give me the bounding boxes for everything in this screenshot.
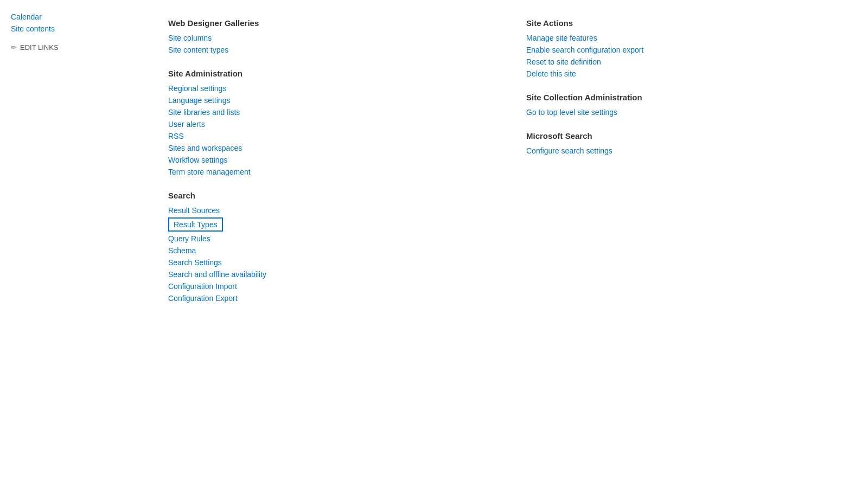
sidebar-item-calendar[interactable]: Calendar	[11, 11, 136, 23]
link-user-alerts[interactable]: User alerts	[168, 118, 494, 130]
link-schema[interactable]: Schema	[168, 245, 494, 257]
sidebar-item-site-contents[interactable]: Site contents	[11, 23, 136, 35]
link-configuration-import[interactable]: Configuration Import	[168, 280, 494, 292]
pencil-icon: ✏	[11, 43, 17, 52]
link-language-settings[interactable]: Language settings	[168, 94, 494, 106]
section-heading-site-collection-administration: Site Collection Administration	[526, 93, 797, 102]
link-site-content-types[interactable]: Site content types	[168, 44, 494, 56]
link-site-libraries-and-lists[interactable]: Site libraries and lists	[168, 106, 494, 118]
link-reset-to-site-definition[interactable]: Reset to site definition	[526, 56, 797, 68]
link-query-rules[interactable]: Query Rules	[168, 233, 494, 245]
edit-links-button[interactable]: ✏ EDIT LINKS	[11, 43, 136, 52]
link-search-settings[interactable]: Search Settings	[168, 257, 494, 268]
section-web-designer-galleries: Web Designer Galleries Site columns Site…	[168, 18, 494, 56]
link-go-to-top-level-site-settings[interactable]: Go to top level site settings	[526, 106, 797, 118]
right-column: Site Actions Manage site features Enable…	[526, 5, 797, 478]
left-column: Web Designer Galleries Site columns Site…	[168, 5, 494, 478]
link-delete-this-site[interactable]: Delete this site	[526, 68, 797, 80]
link-site-columns[interactable]: Site columns	[168, 32, 494, 44]
link-regional-settings[interactable]: Regional settings	[168, 82, 494, 94]
section-site-collection-administration: Site Collection Administration Go to top…	[526, 93, 797, 118]
link-configure-search-settings[interactable]: Configure search settings	[526, 145, 797, 157]
section-site-administration: Site Administration Regional settings La…	[168, 69, 494, 178]
link-result-sources[interactable]: Result Sources	[168, 204, 494, 216]
section-site-actions: Site Actions Manage site features Enable…	[526, 18, 797, 80]
section-heading-site-administration: Site Administration	[168, 69, 494, 78]
section-heading-web-designer-galleries: Web Designer Galleries	[168, 18, 494, 28]
page-wrapper: Calendar Site contents ✏ EDIT LINKS Web …	[0, 0, 868, 500]
link-result-types[interactable]: Result Types	[168, 217, 223, 232]
section-heading-microsoft-search: Microsoft Search	[526, 131, 797, 140]
link-term-store-management[interactable]: Term store management	[168, 166, 494, 178]
section-microsoft-search: Microsoft Search Configure search settin…	[526, 131, 797, 157]
link-configuration-export[interactable]: Configuration Export	[168, 292, 494, 304]
edit-links-label: EDIT LINKS	[20, 43, 59, 52]
link-enable-search-configuration-export[interactable]: Enable search configuration export	[526, 44, 797, 56]
link-rss[interactable]: RSS	[168, 130, 494, 142]
sidebar: Calendar Site contents ✏ EDIT LINKS	[0, 0, 146, 500]
link-workflow-settings[interactable]: Workflow settings	[168, 154, 494, 166]
link-sites-and-workspaces[interactable]: Sites and workspaces	[168, 142, 494, 154]
link-search-and-offline-availability[interactable]: Search and offline availability	[168, 268, 494, 280]
main-content: Web Designer Galleries Site columns Site…	[146, 0, 868, 500]
section-heading-search: Search	[168, 191, 494, 200]
section-search: Search Result Sources Result Types Query…	[168, 191, 494, 304]
section-heading-site-actions: Site Actions	[526, 18, 797, 28]
link-manage-site-features[interactable]: Manage site features	[526, 32, 797, 44]
